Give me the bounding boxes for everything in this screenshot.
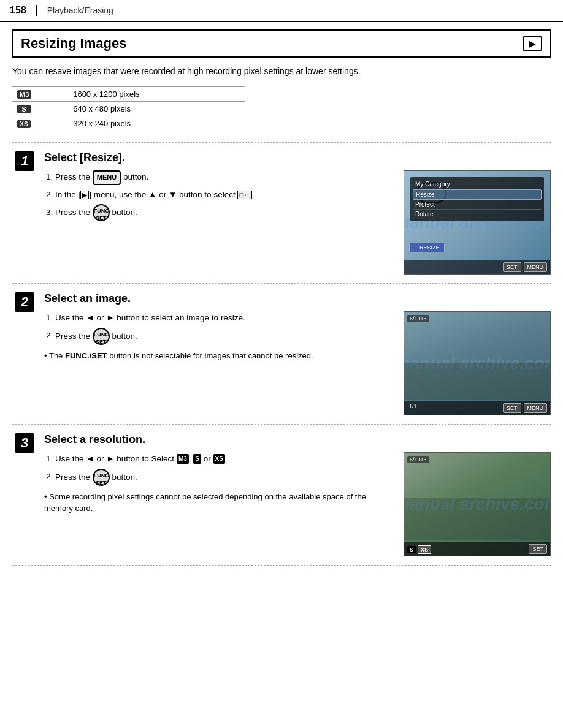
list-item: Use the ◄ or ► button to select an image… [55, 311, 395, 325]
step-3-content: Select a resolution. Use the ◄ or ► butt… [44, 433, 551, 556]
menu-item: Rotate [413, 210, 542, 219]
list-item: Use the ◄ or ► button to Select M3, S or… [55, 452, 395, 466]
steps-container: 1 Select [Resize]. Press the MENU button… [12, 142, 551, 566]
table-row: M3 1600 x 1200 pixels [12, 87, 245, 102]
s-badge: S [193, 454, 201, 464]
image-info: 1/1 [407, 403, 500, 413]
list-item: Press the FUNCSET button. [55, 328, 395, 345]
page-number: 158 [10, 5, 37, 16]
step-2-image: manual archive.com 6/1013 1/1 SET MENU [404, 311, 551, 415]
intro-text: You can resave images that were recorded… [12, 65, 551, 78]
step-1-inst: Press the MENU button. In the [▶] menu, … [44, 170, 395, 221]
page-header: 158 Playback/Erasing [0, 0, 563, 22]
res-s-badge: S [407, 546, 416, 553]
image-scene [404, 363, 550, 400]
or-text-3: or [96, 454, 104, 463]
step-1-inner: Press the MENU button. In the [▶] menu, … [44, 170, 551, 275]
resize-selected-indicator: □ RESIZE [409, 243, 445, 252]
or-text-1: or [159, 190, 166, 199]
step-3: 3 Select a resolution. Use the ◄ or ► bu… [12, 425, 551, 566]
pixel-value-m3: 1600 x 1200 pixels [68, 87, 245, 102]
resolution-options-bar: S XS [407, 545, 431, 554]
func-set-button: FUNCSET [93, 204, 110, 221]
res-xs-badge: XS [418, 545, 431, 554]
menu-item: My Category [413, 180, 542, 189]
m3-badge: M3 [177, 454, 189, 464]
pixel-value-s: 640 x 480 pixels [68, 102, 245, 116]
step-1-title: Select [Resize]. [44, 151, 551, 164]
or-text-2: or [96, 313, 104, 322]
menu-item: Protect [413, 200, 542, 210]
list-item: Press the FUNCSET button. [55, 469, 395, 486]
set-button-label: SET [503, 262, 521, 272]
section-label: Playback/Erasing [47, 6, 113, 15]
step-1-text: Press the MENU button. In the [▶] menu, … [44, 170, 395, 275]
title-bar: Resizing Images ▶ [12, 29, 551, 58]
step-1-image: manual archive.com My Category Resize Pr… [404, 170, 551, 275]
step-3-number: 3 [12, 433, 37, 556]
menu-button-label: MENU [93, 170, 121, 185]
badge-xs: XS [17, 120, 31, 128]
step-1: 1 Select [Resize]. Press the MENU button… [12, 143, 551, 284]
image-bottom-bar-3: S XS SET [404, 542, 550, 556]
resize-icon: □← [237, 191, 252, 199]
step-3-inner: Use the ◄ or ► button to Select M3, S or… [44, 452, 551, 556]
image-top-label: 6/1013 [407, 315, 429, 322]
image-scene-3 [404, 498, 550, 540]
table-row: S 640 x 480 pixels [12, 102, 245, 116]
step-2-title: Select an image. [44, 292, 551, 305]
set-label-2: SET [503, 403, 521, 413]
step-1-number: 1 [12, 151, 37, 275]
select-label: Select [151, 454, 175, 463]
menu-overlay-1: My Category Resize Protect Rotate [410, 177, 544, 221]
func-set-button-2: FUNCSET [93, 328, 110, 345]
list-item: In the [▶] menu, use the ▲ or ▼ button t… [55, 188, 395, 202]
table-row: XS 320 x 240 pixels [12, 116, 245, 131]
set-label-3: SET [529, 544, 547, 554]
func-set-button-3: FUNCSET [93, 469, 110, 486]
step-2-inst: Use the ◄ or ► button to select an image… [44, 311, 395, 345]
playback-menu-icon: ▶ [80, 191, 89, 199]
step-2-content: Select an image. Use the ◄ or ► button t… [44, 292, 551, 415]
xs-badge: XS [213, 454, 225, 464]
pixel-value-xs: 320 x 240 pixels [68, 116, 245, 131]
image-bottom-bar-2: 1/1 SET MENU [404, 401, 550, 415]
step-2-text: Use the ◄ or ► button to select an image… [44, 311, 395, 415]
image-bottom-bar: SET MENU [404, 260, 550, 274]
menu-button-bottom: MENU [524, 262, 548, 272]
step-2-number: 2 [12, 292, 37, 415]
playback-mode-icon: ▶ [523, 36, 542, 51]
list-item: Press the FUNCSET button. [55, 204, 395, 221]
step-3-image: manual archive.com 6/1013 S XS SET [404, 452, 551, 556]
badge-s: S [17, 105, 31, 113]
menu-label-2: MENU [524, 403, 548, 413]
step-3-inst: Use the ◄ or ► button to Select M3, S or… [44, 452, 395, 486]
step-3-text: Use the ◄ or ► button to Select M3, S or… [44, 452, 395, 556]
step-2-inner: Use the ◄ or ► button to select an image… [44, 311, 551, 415]
step-2-note: The FUNC./SET button is not selectable f… [44, 350, 395, 362]
page-title: Resizing Images [21, 36, 126, 51]
main-content: Resizing Images ▶ You can resave images … [0, 22, 563, 573]
list-item: Press the MENU button. [55, 170, 395, 185]
step-3-note: Some recording pixel settings cannot be … [44, 491, 395, 515]
pixel-table: M3 1600 x 1200 pixels S 640 x 480 pixels… [12, 86, 245, 131]
menu-item-selected: Resize [413, 189, 542, 200]
step-3-title: Select a resolution. [44, 433, 551, 446]
step-2: 2 Select an image. Use the ◄ or ► button… [12, 284, 551, 425]
step-1-content: Select [Resize]. Press the MENU button. … [44, 151, 551, 275]
image-top-label-3: 6/1013 [407, 456, 429, 463]
badge-m3: M3 [17, 90, 31, 99]
or-text-4: or [204, 454, 211, 463]
